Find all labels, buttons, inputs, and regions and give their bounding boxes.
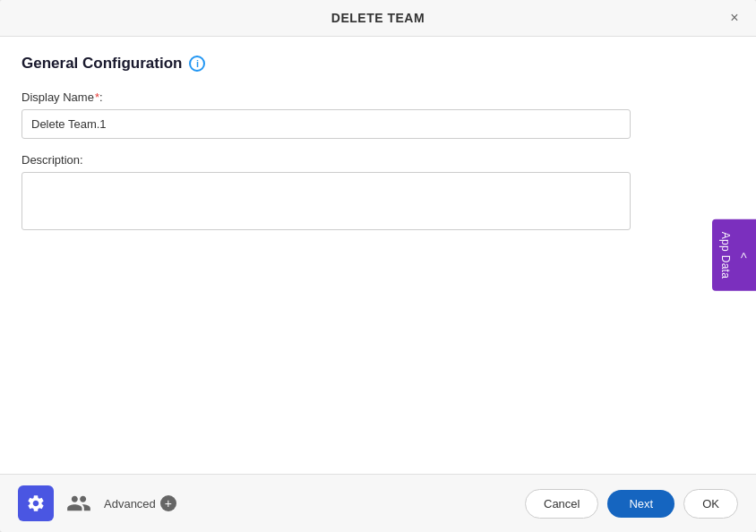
footer-left-actions: Advanced +	[18, 485, 525, 521]
users-icon	[66, 491, 91, 516]
gear-icon	[26, 493, 46, 513]
modal-body: General Configuration i Display Name*: D…	[0, 37, 756, 474]
modal-dialog: DELETE TEAM × General Configuration i Di…	[0, 0, 756, 532]
chevron-left-icon: <	[737, 252, 750, 258]
gear-button[interactable]	[18, 485, 54, 521]
description-group: Description:	[21, 153, 735, 234]
display-name-label: Display Name*:	[21, 90, 735, 104]
section-title-text: General Configuration	[21, 55, 182, 73]
close-button[interactable]: ×	[724, 7, 745, 29]
users-icon-button[interactable]	[63, 487, 95, 519]
section-header: General Configuration i	[21, 55, 735, 73]
advanced-button[interactable]: Advanced +	[104, 495, 176, 511]
footer-right-actions: Cancel Next OK	[525, 489, 738, 519]
display-name-input[interactable]	[21, 109, 631, 139]
info-icon[interactable]: i	[189, 56, 205, 72]
modal-titlebar: DELETE TEAM ×	[0, 0, 756, 37]
app-data-tab[interactable]: < App Data	[712, 219, 756, 291]
app-data-label: App Data	[719, 232, 732, 279]
ok-button[interactable]: OK	[683, 489, 738, 519]
modal-footer: Advanced + Cancel Next OK	[0, 474, 756, 532]
modal-title: DELETE TEAM	[331, 11, 425, 25]
description-input[interactable]	[21, 172, 631, 230]
required-indicator: *	[95, 90, 99, 104]
advanced-label: Advanced	[104, 497, 156, 511]
cancel-button[interactable]: Cancel	[525, 489, 598, 519]
description-label: Description:	[21, 153, 735, 167]
next-button[interactable]: Next	[607, 490, 674, 518]
plus-icon: +	[160, 495, 176, 511]
display-name-group: Display Name*:	[21, 90, 735, 139]
